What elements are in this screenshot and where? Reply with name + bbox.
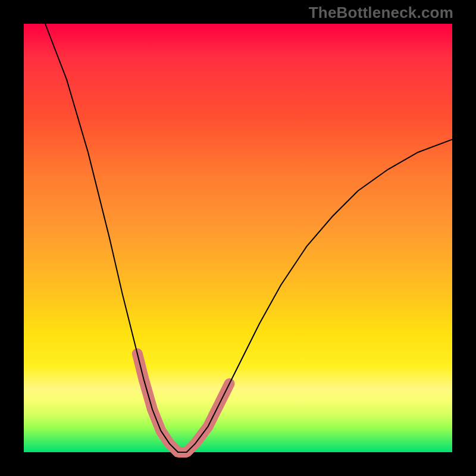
left-band	[137, 353, 163, 434]
bottleneck-curve	[45, 24, 452, 452]
plot-svg	[24, 24, 452, 452]
highlight-bands	[137, 353, 230, 452]
chart-frame: TheBottleneck.com	[0, 0, 476, 476]
attribution-label: TheBottleneck.com	[309, 4, 453, 22]
